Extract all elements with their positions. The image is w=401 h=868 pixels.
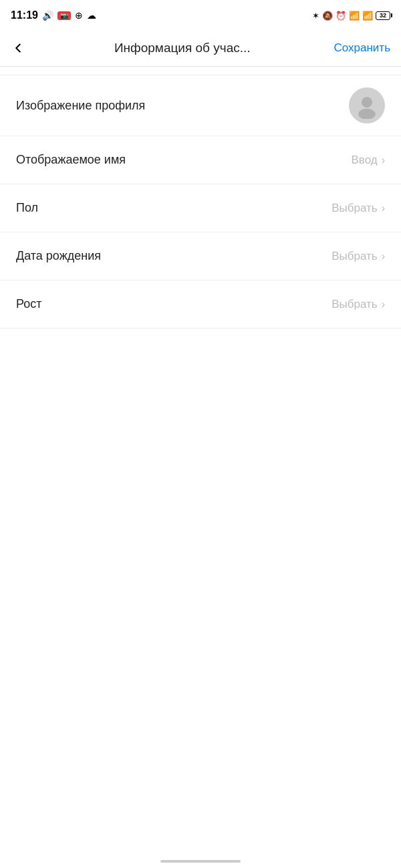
wifi-icon: 📶: [349, 11, 360, 21]
gender-label: Пол: [16, 201, 38, 215]
alarm-icon: ⏰: [336, 11, 346, 21]
content-area: Изображение профиля Отображаемое имя Вво…: [0, 67, 401, 337]
bottom-home-indicator: [160, 860, 241, 863]
avatar-placeholder-icon: [354, 92, 380, 119]
save-button[interactable]: Сохранить: [334, 41, 390, 55]
display-name-value: Ввод: [351, 154, 377, 167]
bluetooth-icon: ✶: [312, 11, 319, 21]
gender-value: Выбрать: [331, 202, 377, 215]
height-row[interactable]: Рост Выбрать ›: [0, 280, 401, 329]
status-bar: 11:19 🔊 📷 ⊕ ☁ ✶ 🔕 ⏰ 📶 📶 32: [0, 0, 401, 29]
display-name-label: Отображаемое имя: [16, 153, 126, 167]
cloud-icon: ☁: [87, 10, 96, 21]
back-icon: [11, 41, 25, 55]
height-label: Рост: [16, 297, 41, 311]
chevron-right-icon: ›: [382, 202, 385, 214]
nav-bar: Информация об учас... Сохранить: [0, 29, 401, 67]
svg-point-1: [358, 109, 376, 119]
signal-icon: 📶: [362, 11, 373, 21]
birthdate-action[interactable]: Выбрать ›: [331, 250, 385, 263]
birthdate-label: Дата рождения: [16, 249, 101, 263]
display-name-action[interactable]: Ввод ›: [351, 154, 385, 167]
status-right: ✶ 🔕 ⏰ 📶 📶 32: [312, 11, 390, 21]
mute-icon: 🔕: [322, 11, 333, 21]
display-name-row[interactable]: Отображаемое имя Ввод ›: [0, 136, 401, 184]
chevron-right-icon: ›: [382, 298, 385, 310]
height-value: Выбрать: [331, 298, 377, 311]
gender-action[interactable]: Выбрать ›: [331, 202, 385, 215]
chevron-right-icon: ›: [382, 250, 385, 262]
chevron-right-icon: ›: [382, 154, 385, 166]
notification-icon: 📷: [57, 11, 71, 20]
battery-icon: 32: [376, 11, 390, 20]
svg-point-0: [362, 97, 372, 107]
profile-image-label: Изображение профиля: [16, 99, 145, 113]
back-button[interactable]: [11, 35, 31, 61]
page-title: Информация об учас...: [31, 41, 334, 55]
profile-avatar[interactable]: [349, 87, 385, 124]
volume-icon: 🔊: [42, 10, 53, 21]
gender-row[interactable]: Пол Выбрать ›: [0, 184, 401, 232]
status-time: 11:19: [11, 9, 38, 21]
birthdate-row[interactable]: Дата рождения Выбрать ›: [0, 232, 401, 280]
height-action[interactable]: Выбрать ›: [331, 298, 385, 311]
profile-image-row[interactable]: Изображение профиля: [0, 75, 401, 136]
vpn-icon: ⊕: [75, 10, 83, 21]
status-left: 11:19 🔊 📷 ⊕ ☁: [11, 9, 96, 21]
birthdate-value: Выбрать: [331, 250, 377, 263]
